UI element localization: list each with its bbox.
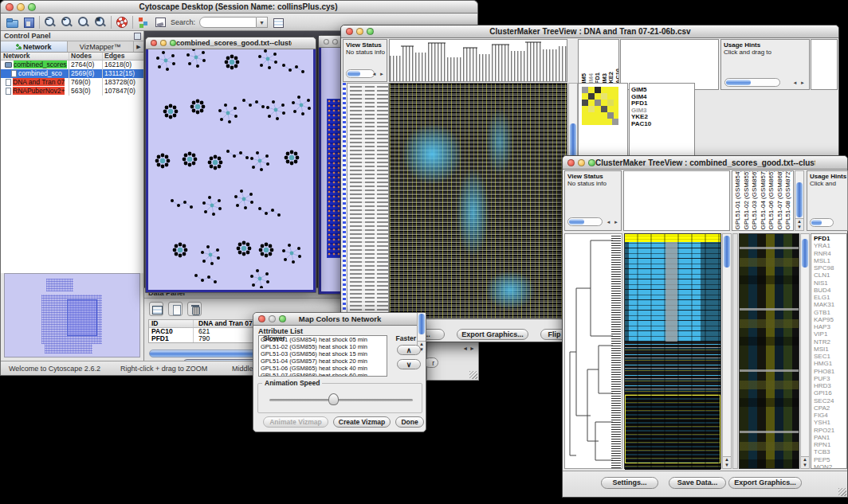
scroll-arrows[interactable]: ◄ ► <box>606 220 619 225</box>
treeview1-title-bar[interactable]: ClusterMaker TreeView : DNA and Tran 07-… <box>341 25 838 38</box>
tab-vizmapper[interactable]: VizMapper™ <box>68 41 135 52</box>
attribute-list-item[interactable]: GPL51-07 (GSM868) heat shock 60 min <box>259 372 387 377</box>
new-attribute-icon[interactable] <box>168 302 183 316</box>
speed-slider-track[interactable] <box>269 399 413 401</box>
row-dendrogram[interactable] <box>564 233 622 469</box>
zoom-slider[interactable] <box>346 69 375 78</box>
move-up-button[interactable]: ∧ <box>397 345 421 355</box>
table-row-selected[interactable]: combined_sco 2569(6) 13112(15) <box>1 69 143 78</box>
column-label: GPL51-04 (GSM857) <box>760 170 768 230</box>
column-dendrogram[interactable] <box>389 39 567 82</box>
close-button[interactable] <box>6 3 14 11</box>
table-row[interactable]: DNA and Tran 07 769(0) 183728(0) <box>1 78 143 87</box>
attribute-list-item[interactable]: GPL51-03 (GSM856) heat shock 15 min <box>259 350 387 357</box>
vizmap-icon[interactable] <box>137 16 150 29</box>
animation-speed-group: Animation Speed <box>257 383 422 413</box>
heatmap-canvas[interactable] <box>624 233 721 469</box>
tab-overflow-arrow[interactable]: ▶ <box>134 41 143 52</box>
cytoscape-title-bar[interactable]: Cytoscape Desktop (Session Name: collins… <box>1 1 477 14</box>
export-graphics-button[interactable]: Export Graphics... <box>728 477 802 489</box>
col-edges[interactable]: Edges <box>103 53 143 60</box>
zoom-out-icon[interactable]: − <box>44 16 57 29</box>
zoom-selected-icon[interactable]: ▣ <box>94 16 107 29</box>
scroll-arrows[interactable]: ◄ ► <box>792 80 806 85</box>
resize-grip[interactable] <box>469 371 477 379</box>
close-button[interactable] <box>324 39 329 45</box>
move-down-button[interactable]: ∨ <box>397 359 421 369</box>
col-nodes[interactable]: Nodes <box>69 53 103 60</box>
network1-canvas[interactable] <box>146 49 316 292</box>
scroll-arrows[interactable]: ◄ ► <box>462 346 475 351</box>
treeview2-title-bar[interactable]: ClusterMaker TreeView : combined_scores_… <box>563 156 847 170</box>
label-vertical-scrollbar[interactable]: ▲▼ <box>795 170 804 231</box>
column-label: GPL51-01 (GSM854) <box>734 170 743 230</box>
tab-network[interactable]: Network <box>1 41 68 52</box>
zoom-button[interactable] <box>170 40 176 46</box>
zoom-fit-icon[interactable] <box>77 16 90 29</box>
gene-label: YSH1 <box>811 419 846 426</box>
overview-viewport-rectangle[interactable] <box>67 299 97 336</box>
settings-button[interactable]: Settings... <box>601 477 658 489</box>
zoom-button[interactable] <box>367 28 374 35</box>
col-network[interactable]: Network <box>1 53 69 60</box>
open-folder-icon[interactable] <box>6 16 18 29</box>
zoom-slider[interactable] <box>810 218 834 227</box>
column-label: GPL51-03 (GSM856) <box>751 170 760 230</box>
minimize-button[interactable] <box>17 3 25 11</box>
done-button[interactable]: Done <box>395 416 424 428</box>
table-row[interactable]: RNAPuberNov2+ 563(0) 107847(0) <box>1 87 143 96</box>
gene-label: KAP95 <box>811 316 846 323</box>
help-lifebuoy-icon[interactable] <box>116 16 128 29</box>
delete-attribute-icon[interactable] <box>187 302 202 316</box>
minimize-button[interactable] <box>332 39 338 45</box>
heatmap-vertical-scrollbar[interactable]: ▲▼ <box>722 233 732 469</box>
save-icon[interactable] <box>22 16 35 29</box>
heatmap-dark-band <box>625 393 720 470</box>
row-dendrogram[interactable] <box>347 83 389 319</box>
close-button[interactable] <box>567 159 575 166</box>
speed-slider-thumb[interactable] <box>328 393 339 405</box>
close-button[interactable] <box>258 315 265 322</box>
annotation-icon[interactable] <box>154 16 167 29</box>
animate-vizmap-button[interactable]: Animate Vizmap <box>263 416 328 428</box>
close-button[interactable] <box>151 40 157 46</box>
zoom-button[interactable] <box>588 159 595 166</box>
search-dropdown-arrow[interactable]: ▼ <box>257 17 268 28</box>
network-overview-panel[interactable] <box>4 273 140 357</box>
column-label: GPL51-02 (GSM855) <box>743 170 752 230</box>
minimize-button[interactable] <box>356 28 363 35</box>
heatmap-canvas[interactable] <box>389 83 567 319</box>
attribute-list-item[interactable]: GPL51-06 (GSM865) heat shock 40 min <box>259 365 387 372</box>
gene-label: PAC10 <box>630 121 694 128</box>
zoom-slider[interactable] <box>567 217 603 226</box>
import-table-icon[interactable] <box>272 16 285 29</box>
minimize-button[interactable] <box>160 40 167 46</box>
close-button[interactable] <box>346 28 353 35</box>
attribute-list-item[interactable]: GPL51-04 (GSM857) heat shock 20 min <box>259 357 387 365</box>
panel-divider[interactable] <box>732 233 738 469</box>
create-vizmap-button[interactable]: Create Vizmap <box>333 416 391 428</box>
zoom-in-icon[interactable]: + <box>61 16 73 29</box>
search-input[interactable] <box>199 17 257 28</box>
zoom-button[interactable] <box>279 315 286 322</box>
col-id[interactable]: ID <box>149 320 194 327</box>
attribute-list-item[interactable]: GPL51-02 (GSM855) heat shock 10 min <box>259 343 387 350</box>
heatmap-mixed-band <box>625 342 720 393</box>
zoom-vertical-scrollbar[interactable]: ▲▼ <box>800 233 810 469</box>
dialog-title-bar[interactable]: Map Colors to Network <box>253 313 426 326</box>
network1-title-bar[interactable]: combined_scores_good.txt--cluste... <box>146 37 316 49</box>
folder-icon <box>5 62 12 68</box>
float-panel-icon[interactable] <box>134 33 141 40</box>
save-data-button[interactable]: Save Data... <box>669 477 726 489</box>
zoom-button[interactable] <box>28 3 36 11</box>
table-row[interactable]: combined_scores 2764(0) 16218(0) <box>1 61 143 69</box>
export-graphics-button[interactable]: Export Graphics... <box>457 329 528 340</box>
window-title: Cytoscape Desktop (Session Name: collins… <box>36 2 441 11</box>
resize-grip[interactable] <box>838 488 846 496</box>
zoomed-heatmap[interactable] <box>739 233 799 469</box>
scroll-arrows[interactable]: ◄ ► <box>371 72 385 76</box>
minimize-button[interactable] <box>269 315 276 322</box>
minimize-button[interactable] <box>578 159 585 166</box>
attribute-select-icon[interactable] <box>149 302 163 316</box>
zoom-slider[interactable] <box>724 78 780 87</box>
